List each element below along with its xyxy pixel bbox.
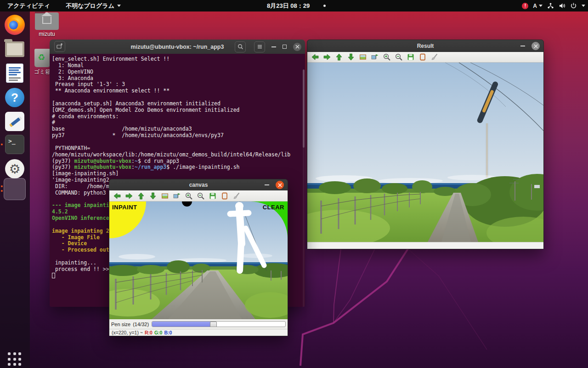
- terminal-line: /home/mizutu/workspace/lib:/home/mizutu/…: [52, 152, 304, 158]
- inpaint-button[interactable]: INPAINT: [112, 204, 137, 211]
- terminal-line: Prease input '1-3' : 3: [52, 81, 304, 88]
- back-icon[interactable]: [311, 53, 319, 61]
- dock-terminal[interactable]: >_: [4, 133, 26, 155]
- clean-icon[interactable]: [232, 192, 240, 200]
- new-tab-button[interactable]: [54, 41, 65, 52]
- update-badge-icon[interactable]: !: [522, 3, 528, 9]
- terminal-line: (py37) mizutu@ubuntu-vbox:~/run_app3$ ./…: [52, 164, 304, 171]
- canvas-toolbar: [109, 190, 288, 201]
- input-method-button[interactable]: A: [533, 3, 543, 9]
- close-button[interactable]: [276, 181, 284, 189]
- chevron-down-icon: [117, 5, 121, 7]
- red-value: R:0: [145, 330, 153, 335]
- terminal-line: # conda environments:: [52, 114, 304, 120]
- show-applications-button[interactable]: [6, 351, 23, 368]
- dock: ? >_ ⚙: [0, 12, 30, 368]
- minimize-button[interactable]: [265, 184, 269, 185]
- zoom-out-icon[interactable]: [395, 53, 402, 61]
- minimize-button[interactable]: [520, 46, 525, 46]
- power-icon[interactable]: [570, 2, 577, 9]
- search-icon[interactable]: [235, 41, 246, 52]
- writer-icon: [6, 63, 23, 83]
- desktop-icon-home[interactable]: mizutu: [32, 12, 62, 37]
- terminal-cursor: [52, 273, 55, 278]
- zoom-out-icon[interactable]: [197, 192, 204, 200]
- result-statusbar: [307, 242, 543, 249]
- clock-button[interactable]: 8月23日 08：29: [267, 0, 326, 12]
- network-icon[interactable]: [547, 2, 554, 9]
- pan-icon[interactable]: [371, 53, 379, 61]
- dock-text-editor[interactable]: [4, 110, 26, 132]
- terminal-title: mizutu@ubuntu-vbox: ~/run_app3: [131, 44, 224, 50]
- save-icon[interactable]: [209, 192, 216, 200]
- result-toolbar: [307, 52, 543, 63]
- close-button[interactable]: [293, 43, 301, 51]
- trash-icon: [34, 49, 50, 67]
- firefox-icon: [5, 15, 25, 35]
- properties-icon[interactable]: [220, 192, 228, 200]
- terminal-line: [anaconda_setup.sh] Anaconda3 environmen…: [52, 101, 304, 107]
- files-icon: [5, 41, 24, 57]
- dock-unknown-app[interactable]: [4, 178, 26, 200]
- terminal-scrollbar[interactable]: [303, 69, 305, 307]
- down-icon[interactable]: [149, 192, 157, 200]
- top-bar: アクティビティ 不明なプログラム 8月23日 08：29 ! A: [0, 0, 588, 12]
- terminal-line: [OMZ_demos.sh] Open Model Zoo Demos envi…: [52, 107, 304, 114]
- dock-files[interactable]: [4, 38, 26, 60]
- running-indicator: [1, 144, 3, 145]
- clean-icon[interactable]: [430, 53, 438, 61]
- terminal-icon: >_: [5, 135, 24, 154]
- clear-button[interactable]: CLEAR: [263, 204, 284, 211]
- terminal-line: base /home/mizutu/anaconda3: [52, 126, 304, 132]
- dock-help[interactable]: ?: [4, 86, 26, 109]
- terminal-line: [52, 94, 304, 101]
- down-icon[interactable]: [347, 53, 355, 61]
- terminal-line: 2: OpenVINO: [52, 69, 304, 75]
- forward-icon[interactable]: [323, 53, 331, 61]
- blue-value: B:0: [164, 330, 172, 335]
- result-image: [307, 63, 543, 242]
- menu-icon[interactable]: [254, 41, 265, 52]
- pen-size-slider[interactable]: [152, 321, 286, 327]
- back-icon[interactable]: [113, 192, 121, 200]
- canvas-title: canvas: [189, 182, 208, 188]
- terminal-line: 3: Anaconda: [52, 75, 304, 82]
- canvas-window: canvas: [109, 179, 288, 336]
- canvas-drawing-area[interactable]: INPAINT CLEAR: [109, 201, 288, 319]
- dock-firefox[interactable]: [4, 14, 26, 36]
- terminal-line: 1: Nomal: [52, 63, 304, 69]
- volume-icon[interactable]: [559, 2, 565, 9]
- terminal-titlebar[interactable]: mizutu@ubuntu-vbox: ~/run_app3: [50, 40, 305, 54]
- app-menu-button[interactable]: 不明なプログラム: [66, 2, 121, 10]
- maximize-button[interactable]: [283, 45, 287, 49]
- up-icon[interactable]: [335, 53, 343, 61]
- desktop: mizutu ゴミ箱 mizutu@ubuntu-vbox: ~/run_app…: [0, 0, 588, 368]
- slider-handle[interactable]: [210, 322, 217, 327]
- home-folder-label: mizutu: [32, 31, 62, 37]
- minimize-button[interactable]: [271, 46, 276, 47]
- save-icon[interactable]: [407, 53, 414, 61]
- image-icon[interactable]: [359, 53, 367, 61]
- canvas-titlebar[interactable]: canvas: [109, 179, 288, 190]
- pan-icon[interactable]: [173, 192, 181, 200]
- up-icon[interactable]: [137, 192, 145, 200]
- dock-libreoffice-writer[interactable]: [4, 62, 26, 84]
- zoom-in-icon[interactable]: [185, 192, 192, 200]
- properties-icon[interactable]: [418, 53, 426, 61]
- chevron-down-icon[interactable]: [582, 5, 585, 7]
- terminal-line: [52, 139, 304, 145]
- dock-settings[interactable]: ⚙: [4, 158, 26, 180]
- terminal-line: PYTHONPATH=: [52, 145, 304, 152]
- forward-icon[interactable]: [125, 192, 133, 200]
- terminal-line: [env_select.sh] Environment Select !!: [52, 56, 304, 63]
- cursor-coords: (x=220, y=1) ~: [112, 330, 143, 335]
- result-titlebar[interactable]: Result: [307, 40, 543, 52]
- running-indicator: [1, 185, 3, 187]
- terminal-line: [image-inpainting.sh]: [52, 171, 304, 177]
- terminal-line: py37 * /home/mizutu/anaconda3/envs/py37: [52, 132, 304, 139]
- home-folder-icon: [35, 12, 59, 30]
- activities-button[interactable]: アクティビティ: [5, 2, 53, 10]
- image-icon[interactable]: [161, 192, 169, 200]
- zoom-in-icon[interactable]: [383, 53, 390, 61]
- close-button[interactable]: [531, 42, 540, 50]
